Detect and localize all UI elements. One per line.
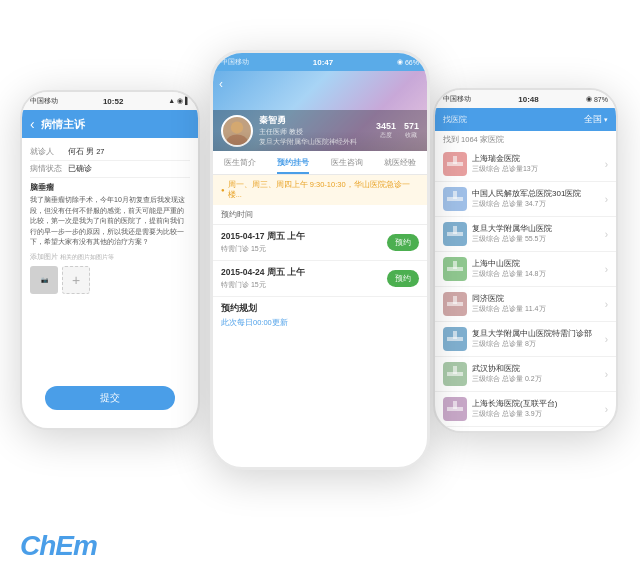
hospital-avatar xyxy=(443,152,467,176)
left-form: 就诊人 何石 男 27 病情状态 已确诊 脑垂瘤 我了脑垂瘤切除手术，今年10月… xyxy=(22,138,198,300)
hospital-info: 武汉协和医院 三级综合 总诊量 0.2万 xyxy=(472,364,600,384)
left-time: 10:52 xyxy=(103,97,123,106)
hospital-arrow-icon: › xyxy=(605,334,608,345)
rules-link[interactable]: 此次每日00:00更新 xyxy=(221,318,419,328)
hospital-info: 中国人民解放军总医院301医院 三级综合 总诊量 34.7万 xyxy=(472,189,600,209)
status-value: 已确诊 xyxy=(68,164,92,174)
hospital-avatar xyxy=(443,432,467,433)
tab-doctor-intro[interactable]: 医生简介 xyxy=(213,151,267,174)
center-carrier: 中国移动 xyxy=(221,57,249,67)
tab-experience[interactable]: 就医经验 xyxy=(374,151,428,174)
patient-value: 何石 男 27 xyxy=(68,147,105,157)
hospital-item[interactable]: 中南大学湘雅医院 三级综合 总诊量 55万 › xyxy=(435,427,616,433)
hospital-name: 上海长海医院(互联平台) xyxy=(472,399,600,409)
doctor-avatar xyxy=(221,115,253,147)
doctor-text: 秦智勇 主任医师 教授 复旦大学附属华山医院神经外科 xyxy=(259,114,370,147)
image-thumb: 📷 xyxy=(30,266,58,294)
hospital-item[interactable]: 上海长海医院(互联平台) 三级综合 总诊量 3.9万 › xyxy=(435,392,616,427)
scene: 中国移动 10:52 ▲ ◉ ▌ ‹ 病情主诉 就诊人 何石 男 27 病情状态… xyxy=(0,0,640,582)
right-header: 找医院 全国 ▾ xyxy=(435,108,616,131)
left-page-title: 病情主诉 xyxy=(41,117,85,132)
right-battery: 87% xyxy=(594,96,608,103)
hospital-item[interactable]: 同济医院 三级综合 总诊量 11.4万 › xyxy=(435,287,616,322)
hospital-arrow-icon: › xyxy=(605,159,608,170)
hospital-sub: 三级综合 总诊量13万 xyxy=(472,164,600,174)
hospital-info: 上海中山医院 三级综合 总诊量 14.8万 xyxy=(472,259,600,279)
svg-rect-25 xyxy=(447,407,463,411)
schedule-date-1: 2015-04-17 周五 上午 xyxy=(221,231,387,243)
hospital-info: 复旦大学附属华山医院 三级综合 总诊量 55.5万 xyxy=(472,224,600,244)
hospital-item[interactable]: 武汉协和医院 三级综合 总诊量 0.2万 › xyxy=(435,357,616,392)
svg-rect-7 xyxy=(447,197,463,201)
region-label: 全国 xyxy=(584,113,602,126)
hospital-arrow-icon: › xyxy=(605,404,608,415)
book-button-1[interactable]: 预约 xyxy=(387,234,419,251)
add-image-label: 添加图片 相关的图片如图片等 xyxy=(30,252,190,262)
svg-rect-13 xyxy=(447,267,463,271)
center-time: 10:47 xyxy=(313,58,333,67)
hero-image: ‹ 秦智勇 主任医师 教授 复旦大学附属华山医院神经外科 3451 态度 5 xyxy=(213,71,427,151)
doctor-title: 主任医师 教授 xyxy=(259,127,370,137)
hospital-avatar xyxy=(443,362,467,386)
stat2-num: 571 xyxy=(404,121,419,131)
back-icon[interactable]: ‹ xyxy=(30,116,35,132)
svg-rect-19 xyxy=(447,337,463,341)
left-status-bar: 中国移动 10:52 ▲ ◉ ▌ xyxy=(22,92,198,110)
image-area: 📷 + xyxy=(30,266,190,294)
patient-row: 就诊人 何石 男 27 xyxy=(30,144,190,161)
hospital-arrow-icon: › xyxy=(605,264,608,275)
hospital-name: 上海瑞金医院 xyxy=(472,154,600,164)
hospital-avatar xyxy=(443,327,467,351)
hospital-name: 同济医院 xyxy=(472,294,600,304)
center-icons: ◉ 66% xyxy=(397,58,419,66)
region-selector[interactable]: 全国 ▾ xyxy=(584,113,608,126)
hospital-item[interactable]: 上海瑞金医院 三级综合 总诊量13万 › xyxy=(435,147,616,182)
schedule-date-2: 2015-04-24 周五 上午 xyxy=(221,267,387,279)
hospital-info: 上海瑞金医院 三级综合 总诊量13万 xyxy=(472,154,600,174)
rules-title: 预约规划 xyxy=(221,303,419,315)
tab-appointment[interactable]: 预约挂号 xyxy=(267,151,321,174)
hospital-avatar xyxy=(443,187,467,211)
schedule-sub-1: 特需门诊 15元 xyxy=(221,244,387,254)
svg-point-1 xyxy=(227,134,248,147)
hospital-list: 上海瑞金医院 三级综合 总诊量13万 › 中国人民解放军总医院301医院 三级综… xyxy=(435,147,616,433)
schedule-item-2: 2015-04-24 周五 上午 特需门诊 15元 预约 xyxy=(213,261,427,297)
hospital-sub: 三级综合 总诊量 34.7万 xyxy=(472,199,600,209)
hospital-name: 复旦大学附属华山医院 xyxy=(472,224,600,234)
patient-label: 就诊人 xyxy=(30,147,68,157)
hero-back-icon[interactable]: ‹ xyxy=(219,77,223,91)
phone-center: 中国移动 10:47 ◉ 66% ‹ 秦智勇 主任医师 教授 复旦大学附属华山医… xyxy=(210,50,430,470)
stat1-label: 态度 xyxy=(376,131,396,140)
hospital-arrow-icon: › xyxy=(605,299,608,310)
hospital-sub: 三级综合 总诊量 3.9万 xyxy=(472,409,600,419)
hospital-info: 复旦大学附属中山医院特需门诊部 三级综合 总诊量 8万 xyxy=(472,329,600,349)
right-status-bar: 中国移动 10:48 ◉ 87% xyxy=(435,90,616,108)
submit-button[interactable]: 提交 xyxy=(45,386,175,410)
outpatient-label: 预约时间 xyxy=(213,205,427,225)
right-header-left: 找医院 xyxy=(443,114,467,125)
stat-favorite: 571 收藏 xyxy=(404,121,419,140)
status-row: 病情状态 已确诊 xyxy=(30,161,190,178)
schedule-item-2-info: 2015-04-24 周五 上午 特需门诊 15元 xyxy=(221,267,387,290)
hospital-item[interactable]: 上海中山医院 三级综合 总诊量 14.8万 › xyxy=(435,252,616,287)
hospital-name: 复旦大学附属中山医院特需门诊部 xyxy=(472,329,600,339)
add-image-button[interactable]: + xyxy=(62,266,90,294)
doctor-stats: 3451 态度 571 收藏 xyxy=(376,121,419,140)
hospital-item[interactable]: 复旦大学附属华山医院 三级综合 总诊量 55.5万 › xyxy=(435,217,616,252)
left-content: 就诊人 何石 男 27 病情状态 已确诊 脑垂瘤 我了脑垂瘤切除手术，今年10月… xyxy=(22,138,198,418)
right-carrier: 中国移动 xyxy=(443,94,471,104)
doctor-name: 秦智勇 xyxy=(259,114,370,127)
hospital-item[interactable]: 复旦大学附属中山医院特需门诊部 三级综合 总诊量 8万 › xyxy=(435,322,616,357)
hospital-count: 找到 1064 家医院 xyxy=(435,131,616,147)
submit-label: 提交 xyxy=(100,391,120,405)
doctor-subtitle: 复旦大学附属华山医院神经外科 xyxy=(259,137,370,147)
hospital-item[interactable]: 中国人民解放军总医院301医院 三级综合 总诊量 34.7万 › xyxy=(435,182,616,217)
book-button-2[interactable]: 预约 xyxy=(387,270,419,287)
hospital-info: 同济医院 三级综合 总诊量 11.4万 xyxy=(472,294,600,314)
hospital-arrow-icon: › xyxy=(605,369,608,380)
hospital-avatar xyxy=(443,397,467,421)
schedule-item-1-info: 2015-04-17 周五 上午 特需门诊 15元 xyxy=(221,231,387,254)
right-time: 10:48 xyxy=(518,95,538,104)
svg-point-0 xyxy=(231,121,243,133)
tab-consultation[interactable]: 医生咨询 xyxy=(320,151,374,174)
